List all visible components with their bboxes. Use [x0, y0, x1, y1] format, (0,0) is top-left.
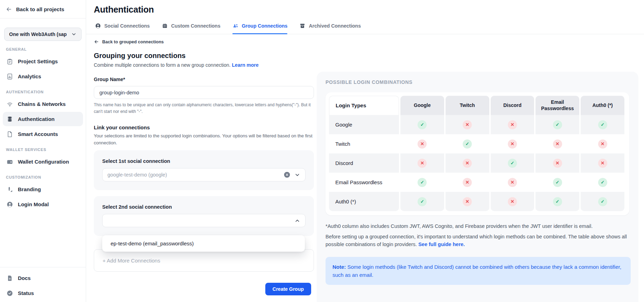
tab-label: Archived Connections	[309, 23, 361, 29]
sidebar-item-analytics[interactable]: Analytics	[3, 69, 83, 84]
check-icon: ✓	[553, 120, 562, 129]
table-cell-auth0-twitch: ✕	[446, 192, 489, 211]
form-heading: Grouping your connections	[94, 52, 314, 60]
check-icon: ✓	[508, 159, 517, 168]
add-more-connections-button[interactable]: + Add More Connections	[94, 249, 314, 272]
table-column-header-google: Google	[400, 96, 444, 115]
table-cell-twitch-twitch: ✓	[446, 134, 489, 153]
combinations-description: Before setting up a grouped connection, …	[326, 233, 630, 249]
group-name-input[interactable]	[94, 86, 314, 99]
sidebar-item-docs[interactable]: Docs	[3, 271, 83, 285]
cross-icon: ✕	[463, 197, 472, 206]
table-row-label-email-passwordless: Email Passwordless	[329, 173, 399, 192]
brush-icon	[6, 186, 13, 193]
table-cell-twitch-discord: ✕	[491, 134, 534, 153]
auth0-footnote: *Auth0 column also includes Custom JWT, …	[326, 223, 630, 229]
check-icon: ✓	[553, 178, 562, 187]
main-content: Authentication Social Connections Custom…	[86, 0, 644, 302]
group-connection-form: Back to grouped connections Grouping you…	[94, 36, 314, 295]
sidebar-item-label: Authentication	[18, 116, 55, 122]
sidebar-footer: Docs Status	[0, 267, 86, 301]
table-cell-email-passwordless-auth0: ✓	[581, 173, 624, 192]
tab-social-connections[interactable]: Social Connections	[95, 23, 150, 34]
table-row-label-discord: Discord	[329, 153, 399, 173]
back-to-projects-label: Back to all projects	[16, 6, 64, 12]
combinations-card: Login TypesGoogleTwitchDiscordEmail Pass…	[326, 92, 629, 215]
table-corner-header: Login Types	[329, 96, 399, 115]
table-cell-auth0-auth0: ✓	[581, 192, 624, 211]
connection-dropdown: ep-test-demo (email_passwordless)	[102, 235, 305, 252]
table-cell-discord-twitch: ✕	[446, 153, 489, 173]
table-cell-discord-discord: ✓	[491, 153, 534, 173]
tab-label: Group Connections	[242, 23, 288, 29]
sidebar-item-wallet-configuration[interactable]: Wallet Configuration	[3, 154, 83, 169]
check-icon: ✓	[463, 139, 472, 149]
cross-icon: ✕	[553, 139, 562, 149]
note-label: Note:	[332, 264, 346, 270]
sidebar-item-chains-networks[interactable]: Chains & Networks	[3, 97, 83, 111]
learn-more-link[interactable]: Learn more	[232, 62, 259, 68]
cross-icon: ✕	[463, 120, 472, 129]
combinations-table: Login TypesGoogleTwitchDiscordEmail Pass…	[329, 96, 626, 211]
sidebar-item-login-modal[interactable]: Login Modal	[3, 197, 83, 211]
link-connections-heading: Link your connections	[94, 124, 314, 130]
combinations-title: POSSIBLE LOGIN COMBINATIONS	[326, 79, 630, 85]
clear-selection-icon[interactable]	[284, 171, 290, 178]
table-cell-discord-auth0: ✕	[581, 153, 624, 173]
sidebar-section-customization: CUSTOMIZATION	[0, 175, 86, 179]
table-cell-email-passwordless-google: ✓	[400, 173, 444, 192]
back-to-grouped-connections-link[interactable]: Back to grouped connections	[94, 39, 314, 44]
check-icon: ✓	[553, 197, 562, 206]
first-connection-select[interactable]: google-test-demo (google)	[102, 168, 306, 181]
wifi-icon	[6, 101, 13, 108]
back-link-label: Back to grouped connections	[102, 39, 164, 44]
table-column-header-auth0: Auth0 (*)	[581, 96, 624, 115]
sidebar-item-project-settings[interactable]: Project Settings	[3, 54, 83, 69]
table-cell-twitch-email-passwordless: ✕	[536, 134, 579, 153]
table-row-label-auth0: Auth0 (*)	[329, 192, 399, 211]
chevron-up-icon	[294, 218, 300, 224]
table-cell-auth0-discord: ✕	[491, 192, 534, 211]
first-connection-value: google-test-demo (google)	[107, 172, 280, 178]
create-group-button[interactable]: Create Group	[265, 283, 311, 295]
table-column-header-email-passwordless: Email Passwordless	[536, 96, 579, 115]
cross-icon: ✕	[598, 139, 607, 149]
sidebar-item-branding[interactable]: Branding	[3, 182, 83, 196]
first-connection-label: Select 1st social connection	[102, 158, 306, 164]
tab-custom-connections[interactable]: Custom Connections	[162, 23, 220, 34]
sidebar-item-label: Project Settings	[18, 58, 58, 64]
table-cell-google-discord: ✕	[491, 115, 534, 134]
tab-archived-connections[interactable]: Archived Connections	[299, 23, 361, 34]
second-connection-select[interactable]	[102, 214, 306, 227]
sidebar-item-authentication[interactable]: Authentication	[3, 112, 83, 126]
sidebar-section-authentication: AUTHENTICATION	[0, 90, 86, 94]
stack-icon	[6, 116, 13, 123]
full-guide-link[interactable]: See full guide here.	[418, 242, 465, 247]
back-to-projects-link[interactable]: Back to all projects	[0, 0, 86, 19]
cross-icon: ✕	[508, 197, 517, 206]
group-name-helper: This name has to be unique and can only …	[94, 102, 314, 115]
table-row-label-google: Google	[329, 115, 399, 134]
dropdown-option-ep-test-demo[interactable]: ep-test-demo (email_passwordless)	[102, 240, 305, 247]
page-title: Authentication	[94, 5, 644, 15]
cross-icon: ✕	[508, 178, 517, 187]
cross-icon: ✕	[598, 159, 607, 168]
table-cell-twitch-auth0: ✕	[581, 134, 624, 153]
project-selector[interactable]: One with Web3Auth (sap	[4, 28, 82, 41]
file-icon	[6, 131, 13, 138]
sidebar-item-smart-accounts[interactable]: Smart Accounts	[3, 127, 83, 141]
user-circle-icon	[95, 23, 101, 29]
chart-icon	[6, 73, 13, 80]
sidebar-item-label: Analytics	[18, 73, 41, 79]
tab-group-connections[interactable]: Group Connections	[232, 23, 288, 34]
sidebar-section-general: GENERAL	[0, 47, 86, 51]
note-box: Note: Some login methods (like Twitch an…	[326, 257, 631, 285]
sidebar-item-status[interactable]: Status	[3, 286, 83, 300]
sidebar-item-label: Smart Accounts	[18, 131, 58, 137]
table-cell-google-email-passwordless: ✓	[536, 115, 579, 134]
check-icon: ✓	[598, 197, 607, 206]
cross-icon: ✕	[463, 159, 472, 168]
user-circle-icon	[6, 201, 13, 208]
sidebar-item-label: Wallet Configuration	[18, 159, 69, 165]
group-name-label: Group Name*	[94, 77, 314, 82]
